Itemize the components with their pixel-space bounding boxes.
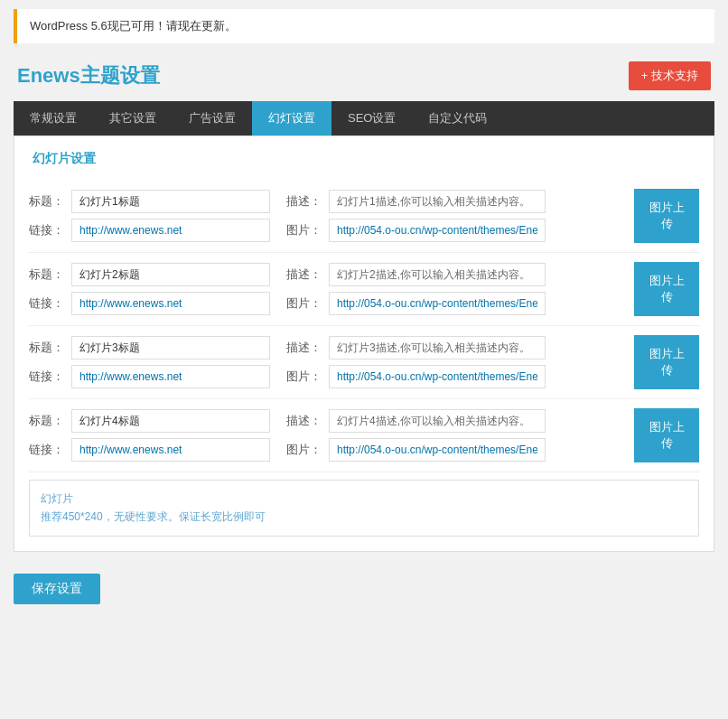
tab-seo[interactable]: SEO设置: [331, 101, 412, 135]
slide-item-2: 标题：描述：链接：图片：图片上传: [29, 253, 699, 326]
slide-1-title-label: 标题：: [29, 193, 64, 210]
section-title: 幻灯片设置: [29, 151, 699, 167]
slide-2-link-label: 链接：: [29, 295, 64, 312]
tab-general[interactable]: 常规设置: [14, 101, 93, 135]
slide-4-link-label: 链接：: [29, 442, 64, 458]
slide-4-desc-label: 描述：: [286, 413, 322, 429]
slide-4-img-label: 图片：: [286, 442, 322, 458]
slide-2-upload-button[interactable]: 图片上传: [634, 262, 699, 316]
slide-1-desc-label: 描述：: [286, 193, 322, 210]
slide-2-desc-label: 描述：: [286, 266, 322, 283]
slide-3-link-input[interactable]: [71, 365, 270, 388]
slides-container: 标题：描述：链接：图片：图片上传标题：描述：链接：图片：图片上传标题：描述：链接…: [29, 180, 699, 472]
slide-1-img-input[interactable]: [329, 219, 546, 242]
slide-1-desc-input[interactable]: [329, 190, 546, 213]
save-button[interactable]: 保存设置: [14, 574, 100, 604]
slide-2-title-input[interactable]: [71, 263, 270, 286]
slide-4-title-label: 标题：: [29, 413, 64, 429]
theme-title: Enews主题设置: [17, 62, 160, 89]
slide-2-desc-input[interactable]: [329, 263, 546, 286]
slide-3-upload-button[interactable]: 图片上传: [634, 335, 699, 389]
slide-3-img-label: 图片：: [286, 369, 322, 385]
slide-note: 幻灯片 推荐450*240，无硬性要求。保证长宽比例即可: [29, 480, 699, 537]
update-notice-text: WordPress 5.6现已可用！请现在更新。: [30, 18, 237, 34]
update-notice: WordPress 5.6现已可用！请现在更新。: [14, 9, 714, 43]
tab-slider[interactable]: 幻灯设置: [252, 101, 331, 135]
slide-3-desc-input[interactable]: [329, 336, 546, 360]
slide-item-1: 标题：描述：链接：图片：图片上传: [29, 180, 699, 253]
slide-2-title-label: 标题：: [29, 266, 64, 283]
slide-3-link-label: 链接：: [29, 369, 64, 385]
tab-other[interactable]: 其它设置: [93, 101, 173, 135]
tab-custom[interactable]: 自定义代码: [412, 101, 503, 135]
tech-support-button[interactable]: + 技术支持: [629, 61, 711, 90]
note-text: 推荐450*240，无硬性要求。保证长宽比例即可: [41, 508, 687, 526]
theme-header: Enews主题设置 + 技术支持: [14, 61, 714, 90]
slide-4-title-input[interactable]: [71, 409, 270, 433]
settings-box: 幻灯片设置 标题：描述：链接：图片：图片上传标题：描述：链接：图片：图片上传标题…: [14, 135, 714, 552]
slide-1-link-input[interactable]: [71, 219, 270, 242]
slide-2-img-input[interactable]: [329, 292, 546, 315]
slide-3-title-input[interactable]: [71, 336, 270, 360]
slide-1-upload-button[interactable]: 图片上传: [634, 189, 699, 243]
nav-tabs: 常规设置 其它设置 广告设置 幻灯设置 SEO设置 自定义代码: [14, 101, 714, 135]
tab-ads[interactable]: 广告设置: [173, 101, 252, 135]
slide-3-desc-label: 描述：: [286, 340, 322, 356]
slide-4-upload-button[interactable]: 图片上传: [634, 408, 699, 462]
slide-4-link-input[interactable]: [71, 438, 270, 462]
slide-1-title-input[interactable]: [71, 190, 270, 213]
slide-3-img-input[interactable]: [329, 365, 546, 388]
slide-1-link-label: 链接：: [29, 222, 64, 238]
slide-4-desc-input[interactable]: [329, 409, 546, 433]
slide-item-3: 标题：描述：链接：图片：图片上传: [29, 326, 699, 399]
slide-1-img-label: 图片：: [286, 222, 322, 238]
slide-2-img-label: 图片：: [286, 295, 322, 312]
note-title: 幻灯片: [41, 490, 687, 508]
slide-4-img-input[interactable]: [329, 438, 546, 462]
slide-item-4: 标题：描述：链接：图片：图片上传: [29, 399, 699, 472]
slide-3-title-label: 标题：: [29, 340, 64, 356]
slide-2-link-input[interactable]: [71, 292, 270, 315]
